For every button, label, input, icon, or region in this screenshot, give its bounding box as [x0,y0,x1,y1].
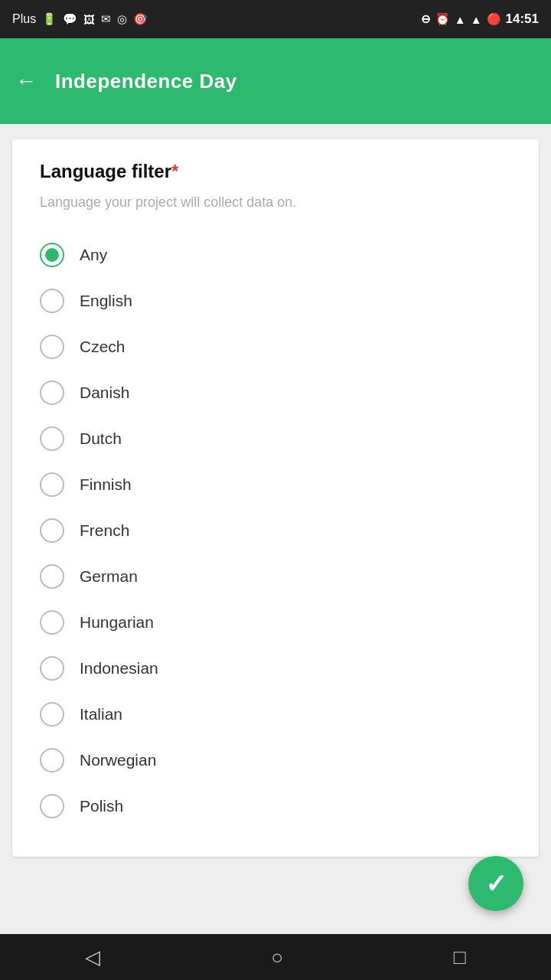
language-option-german[interactable]: German [40,554,511,599]
battery-charging-icon: 🔋 [42,12,57,26]
radio-czech [40,335,64,359]
language-label-indonesian: Indonesian [80,659,158,678]
radio-french [40,518,64,543]
radio-italian [40,702,64,727]
language-label-any: Any [80,246,107,264]
minus-circle-icon: ⊖ [421,12,431,26]
status-bar-left: Plus 🔋 💬 🖼 ✉ ◎ 🎯 [12,12,148,26]
language-label-italian: Italian [80,705,122,724]
radio-dutch [40,426,64,451]
language-option-czech[interactable]: Czech [40,324,511,370]
language-label-norwegian: Norwegian [80,751,156,769]
radio-norwegian [40,748,64,773]
language-label-finnish: Finnish [80,475,132,494]
required-asterisk: * [171,161,178,181]
target-icon: 🎯 [133,12,148,26]
language-label-hungarian: Hungarian [80,613,154,632]
language-option-dutch[interactable]: Dutch [40,416,511,462]
section-title: Language filter* [40,161,511,182]
language-option-finnish[interactable]: Finnish [40,462,511,508]
language-option-indonesian[interactable]: Indonesian [40,645,511,691]
radio-english [40,289,64,313]
message-icon: 💬 [63,12,77,26]
language-filter-card: Language filter* Language your project w… [12,139,539,857]
time-label: 14:51 [506,11,539,27]
radio-danish [40,381,64,405]
bottom-nav: ◁ ○ □ [0,934,551,980]
radio-finnish [40,472,64,497]
language-label-dutch: Dutch [80,430,122,448]
instagram-icon: ◎ [117,12,127,26]
confirm-fab[interactable]: ✓ [468,856,523,911]
battery-icon: 🔴 [487,12,501,26]
page-title: Independence Day [55,70,237,93]
language-option-norwegian[interactable]: Norwegian [40,737,511,783]
language-label-german: German [80,567,138,586]
language-option-english[interactable]: English [40,278,511,324]
language-list: AnyEnglishCzechDanishDutchFinnishFrenchG… [40,232,511,829]
email-icon: ✉ [101,12,111,26]
wifi-icon: ▲ [455,13,466,26]
language-label-danish: Danish [80,384,129,402]
radio-german [40,564,64,589]
language-label-english: English [80,292,132,310]
language-label-french: French [80,521,129,540]
recents-nav-icon[interactable]: □ [454,946,466,969]
language-option-french[interactable]: French [40,508,511,554]
language-label-polish: Polish [80,797,123,815]
check-icon: ✓ [485,868,507,899]
language-option-danish[interactable]: Danish [40,370,511,416]
alarm-icon: ⏰ [435,12,450,26]
radio-indonesian [40,656,64,681]
home-nav-icon[interactable]: ○ [271,946,283,969]
back-nav-icon[interactable]: ◁ [85,946,100,969]
radio-hungarian [40,610,64,635]
language-option-any[interactable]: Any [40,232,511,278]
status-bar-right: ⊖ ⏰ ▲ ▲ 🔴 14:51 [421,11,539,27]
language-option-hungarian[interactable]: Hungarian [40,599,511,645]
radio-polish [40,794,64,818]
status-bar: Plus 🔋 💬 🖼 ✉ ◎ 🎯 ⊖ ⏰ ▲ ▲ 🔴 14:51 [0,0,551,38]
signal-icon: ▲ [471,13,482,26]
app-bar: ← Independence Day [0,38,551,124]
radio-any [40,243,64,267]
main-content: Language filter* Language your project w… [0,124,551,934]
language-option-polish[interactable]: Polish [40,783,511,829]
section-description: Language your project will collect data … [40,194,511,211]
back-button[interactable]: ← [15,69,37,93]
language-option-italian[interactable]: Italian [40,691,511,737]
language-label-czech: Czech [80,338,126,356]
image-icon: 🖼 [83,13,95,26]
carrier-label: Plus [12,12,36,26]
